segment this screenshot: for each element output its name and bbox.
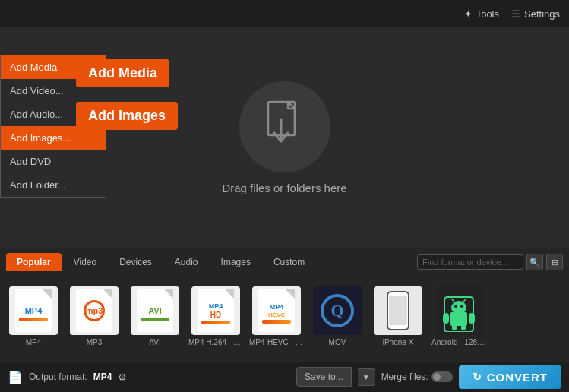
topbar: ✦ Tools ☰ Settings <box>0 0 569 27</box>
format-icon-mp4: MP4 <box>9 286 58 335</box>
tabs-row: Popular Video Devices Audio Images Custo… <box>0 248 569 271</box>
tooltip-add-media: Add Media <box>76 59 169 87</box>
dropdown-item-add-dvd[interactable]: Add DVD <box>1 150 106 173</box>
grid-toggle-button[interactable]: ⊞ <box>546 254 563 270</box>
quicktime-q: Q <box>321 294 354 327</box>
mp4-badge: MP4 <box>25 306 43 315</box>
svg-rect-10 <box>450 312 467 326</box>
format-item-mov[interactable]: Q MOV <box>310 286 365 346</box>
format-item-mp4hd[interactable]: MP4HD MP4 H.264 - HD 720p <box>188 286 243 346</box>
save-dropdown-button[interactable]: ▼ <box>358 368 375 386</box>
format-icon-hevc: MP4HEVC <box>252 286 301 335</box>
format-item-avi[interactable]: AVI AVI <box>128 286 182 346</box>
format-icon-mp3: mp3 <box>70 286 119 335</box>
format-label-mp3: MP3 <box>87 338 103 346</box>
output-prefix: Output format: <box>29 371 87 382</box>
convert-icon: ↻ <box>473 371 482 383</box>
iphone-screen <box>389 296 407 325</box>
hevc-badge: MP4HEVC <box>268 304 285 319</box>
tools-button[interactable]: ✦ Tools <box>464 8 499 20</box>
mp3-circle: mp3 <box>84 300 105 321</box>
convert-label: CONVERT <box>487 371 548 384</box>
format-icon-android <box>435 286 483 335</box>
merge-toggle[interactable] <box>431 371 453 382</box>
bottom-bar: 📄 Output format: MP4 ⚙ Save to... ▼ Merg… <box>0 362 569 392</box>
format-items-list: MP4 MP4 mp3 MP3 AVI AVI <box>0 271 569 362</box>
format-item-android[interactable]: Android - 1280x720 <box>431 286 486 346</box>
format-label-mp4hd: MP4 H.264 - HD 720p <box>188 338 243 346</box>
format-icon-avi: AVI <box>131 286 179 335</box>
tools-icon: ✦ <box>464 8 473 20</box>
format-label-hevc: MP4-HEVC - Full HD 1... <box>249 338 304 346</box>
mp4-stripe <box>19 318 48 321</box>
tab-video[interactable]: Video <box>63 253 107 271</box>
tab-popular[interactable]: Popular <box>6 253 62 271</box>
tab-custom[interactable]: Custom <box>263 253 315 271</box>
format-icon-mov: Q <box>313 286 362 335</box>
dropdown-item-add-folder[interactable]: Add Folder... <box>1 173 106 197</box>
tab-images[interactable]: Images <box>210 253 261 271</box>
mp4hd-stripe <box>201 321 230 324</box>
convert-button[interactable]: ↻ CONVERT <box>459 365 561 389</box>
format-icon-iphone <box>374 286 422 335</box>
file-shape-mp4hd: MP4HD <box>198 289 234 332</box>
file-shape-mp3: mp3 <box>76 289 112 332</box>
add-audio-label: Add Audio... <box>10 109 63 120</box>
output-settings-icon[interactable]: ⚙ <box>118 371 127 383</box>
drop-circle <box>239 81 330 172</box>
svg-rect-14 <box>461 324 466 330</box>
add-media-label: Add Media <box>10 62 57 73</box>
format-label-mov: MOV <box>329 338 346 346</box>
iphone-outline <box>387 291 409 330</box>
main-area: Add Media Add Video... Add Audio... Add … <box>0 27 569 248</box>
search-input[interactable] <box>417 254 523 270</box>
hevc-stripe <box>262 320 291 324</box>
drop-zone[interactable]: Drag files or folders here <box>222 81 346 194</box>
file-shape-mp4: MP4 <box>15 289 52 332</box>
svg-point-7 <box>460 305 463 308</box>
format-item-iphone[interactable]: iPhone X <box>371 286 425 346</box>
tab-devices[interactable]: Devices <box>109 253 163 271</box>
search-button[interactable]: 🔍 <box>526 254 543 270</box>
file-shape-hevc: MP4HEVC <box>258 289 295 332</box>
add-dvd-label: Add DVD <box>10 156 51 167</box>
format-label-mp4: MP4 <box>26 338 42 346</box>
android-icon <box>440 289 478 332</box>
add-folder-label: Add Folder... <box>10 179 66 191</box>
format-label-android: Android - 1280x720 <box>431 338 486 346</box>
settings-icon: ☰ <box>511 8 520 20</box>
format-item-mp4[interactable]: MP4 MP4 <box>6 286 61 346</box>
add-images-label: Add Images... <box>10 132 71 144</box>
drop-text: Drag files or folders here <box>222 182 346 194</box>
svg-rect-13 <box>452 324 457 330</box>
format-icon-mp4hd: MP4HD <box>191 286 240 335</box>
format-item-mp3[interactable]: mp3 MP3 <box>67 286 122 346</box>
tooltip-add-images: Add Images <box>76 102 178 130</box>
format-label-avi: AVI <box>149 338 160 346</box>
merge-label: Merge files: <box>381 371 453 382</box>
file-shape-avi: AVI <box>137 289 173 332</box>
add-video-label: Add Video... <box>10 85 64 96</box>
avi-stripe <box>141 318 169 321</box>
format-panel: Popular Video Devices Audio Images Custo… <box>0 248 569 362</box>
save-label: Save to... <box>305 371 343 382</box>
avi-badge: AVI <box>148 306 162 315</box>
file-icon-bottom: 📄 <box>8 370 23 384</box>
svg-point-6 <box>454 305 457 308</box>
search-area: 🔍 ⊞ <box>417 254 563 270</box>
save-to-button[interactable]: Save to... <box>296 367 352 387</box>
svg-rect-11 <box>443 313 449 324</box>
format-item-hevc[interactable]: MP4HEVC MP4-HEVC - Full HD 1... <box>249 286 304 346</box>
drop-icon <box>262 100 308 153</box>
mp4hd-badge: MP4HD <box>209 303 223 320</box>
svg-rect-12 <box>469 313 475 324</box>
settings-button[interactable]: ☰ Settings <box>511 8 560 20</box>
format-label-iphone: iPhone X <box>383 338 414 346</box>
output-format-value: MP4 <box>93 371 112 382</box>
tab-audio[interactable]: Audio <box>164 253 209 271</box>
